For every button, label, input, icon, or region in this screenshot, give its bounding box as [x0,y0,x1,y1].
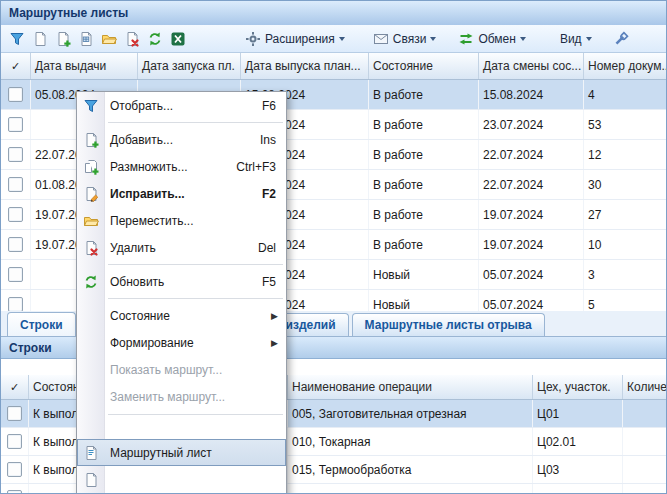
checkbox[interactable] [8,177,23,192]
select-all-header[interactable]: ✓ [1,53,31,79]
table-cell: 12 [584,140,667,169]
routesheet-icon [83,445,99,461]
column-header[interactable]: Номер докум... [584,53,667,79]
menu-label: Связи [393,32,427,46]
exchange-menu[interactable]: Обмен [452,28,532,50]
column-header[interactable]: Цех, участок. [533,375,623,399]
table-cell: 19.07.2024 [479,200,584,229]
menu-item-label: Отобрать... [104,99,173,113]
column-header[interactable]: Дата выпуска план... [241,53,369,79]
refresh-button[interactable] [144,28,166,50]
select-all-header[interactable]: ✓ [1,375,29,399]
menu-shortcut: Del [258,241,286,255]
table-cell: В работе [369,170,479,199]
table-cell [623,428,667,455]
settings-button[interactable] [610,28,632,50]
tab-label: Строки [20,318,63,332]
column-header[interactable]: Дата запуска пл. [138,53,241,79]
view-menu[interactable]: Вид [554,28,598,50]
context-menu-item[interactable]: УдалитьDel [77,234,286,261]
table-cell: 15.08.2024 [479,80,584,109]
column-header[interactable]: Дата выдачи [31,53,138,79]
context-menu-item[interactable]: Формирование▶ [77,329,286,356]
table-cell [623,400,667,427]
row-checkbox-cell [1,200,31,229]
column-header[interactable]: Наименование операции [288,375,533,399]
menu-shortcut: F6 [262,99,286,113]
caret-down-icon [339,37,345,41]
context-menu-item[interactable]: Размножить...Ctrl+F3 [77,153,286,180]
menu-shortcut: Ctrl+F3 [236,160,286,174]
table-cell: 53 [584,110,667,139]
caret-down-icon [430,37,436,41]
context-menu-item[interactable]: Маршрутный лист [77,439,286,466]
menu-label: Вид [560,32,582,46]
checkbox[interactable] [7,462,22,477]
delete-doc-icon [124,31,140,47]
menu-item-label: Размножить... [104,160,188,174]
table-cell: В работе [369,200,479,229]
checkbox[interactable] [7,434,22,449]
caret-down-icon [586,37,592,41]
links-icon [373,31,389,47]
tab-2[interactable]: Маршрутные листы отрыва [352,313,545,336]
table-cell: 22.07.2024 [479,170,584,199]
delete-doc-button[interactable] [121,28,143,50]
context-menu-item[interactable]: Состояние▶ [77,302,286,329]
checkbox[interactable] [8,87,23,102]
row-checkbox-cell [1,484,29,494]
table-cell: 4 [584,80,667,109]
table-cell: Ц02.01 [533,428,623,455]
context-menu-item[interactable]: Заменить маршрут... [77,383,286,410]
refresh-icon [83,274,99,290]
menu-item-icon-slot [77,159,104,175]
checkbox[interactable] [8,207,23,222]
table-cell: 05.07.2024 [479,260,584,289]
tab-0[interactable]: Строки [7,312,76,336]
context-menu-item[interactable]: Исправить...F2 [77,180,286,207]
menu-item-icon-slot [77,274,104,290]
table-cell: Ц02.02 [533,484,623,494]
exchange-icon [458,31,474,47]
checkbox[interactable] [8,237,23,252]
wrench-icon [613,31,629,47]
checkbox[interactable] [7,406,22,421]
menu-item-label: Исправить... [104,187,185,201]
column-header[interactable]: Состояние [369,53,479,79]
links-menu[interactable]: Связи [367,28,443,50]
table-cell: 30 [584,170,667,199]
open-folder-button[interactable] [98,28,120,50]
tab-label: изделий [286,318,336,332]
context-menu-item[interactable]: ОбновитьF5 [77,268,286,295]
checkbox[interactable] [8,117,23,132]
menu-item-label: Переместить... [104,214,194,228]
submenu-arrow-icon: ▶ [271,311,286,321]
menu-item-label: Состояние [104,309,170,323]
table-cell: В работе [369,230,479,259]
context-menu-item[interactable]: Показать маршрут... [77,356,286,383]
excel-button[interactable] [167,28,189,50]
context-menu-item[interactable]: Переместить... [77,207,286,234]
row-checkbox-cell [1,110,31,139]
checkbox[interactable] [8,147,23,162]
column-header[interactable]: Дата смены сос... [479,53,584,79]
context-menu-item[interactable] [77,466,286,493]
table-doc-button[interactable] [75,28,97,50]
menu-item-label: Маршрутный лист [104,446,212,460]
context-menu-item[interactable]: Добавить...Ins [77,126,286,153]
table-cell: 010, Токарная [288,428,533,455]
extensions-menu[interactable]: Расширения [239,28,351,50]
table-cell: В работе [369,110,479,139]
filter-button[interactable] [6,28,28,50]
row-checkbox-cell [1,230,31,259]
submenu-arrow-icon: ▶ [271,338,286,348]
checkbox[interactable] [8,297,23,312]
copy-doc-icon [83,159,99,175]
add-doc-button[interactable] [52,28,74,50]
new-doc-button[interactable] [29,28,51,50]
column-header[interactable]: Количество [623,375,667,399]
context-menu-item[interactable]: Отобрать...F6 [77,92,286,119]
checkbox[interactable] [7,490,22,494]
menu-shortcut: F5 [262,275,286,289]
checkbox[interactable] [8,267,23,282]
